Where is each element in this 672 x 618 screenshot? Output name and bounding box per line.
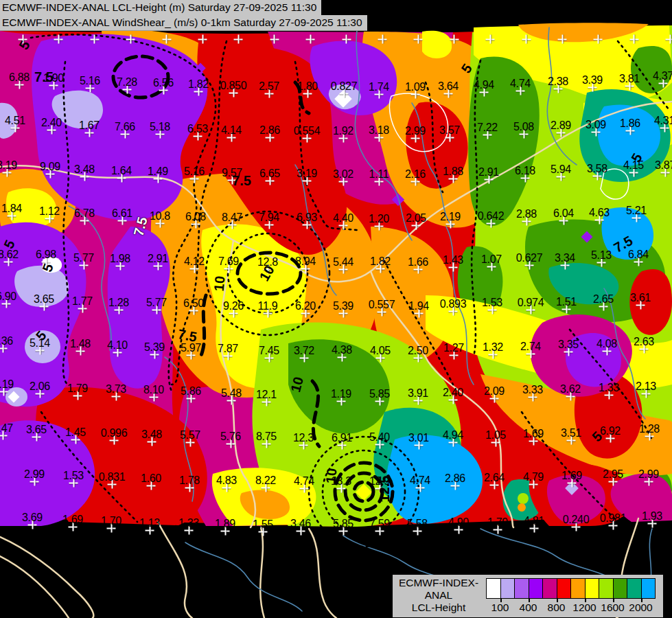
station-value: 1.82 [188, 78, 209, 91]
graticule-cross-icon [90, 35, 99, 44]
station-value: 1.70 [101, 515, 121, 527]
station-value: 5.58 [407, 518, 428, 530]
station-value: 1.82 [370, 255, 391, 268]
station-value: 2.63 [634, 336, 654, 348]
station-value: 5.18 [150, 121, 170, 133]
station-value: 5.77 [146, 297, 167, 309]
station-value: 1.69 [523, 428, 544, 440]
legend-swatch [486, 578, 501, 599]
shear-contour-label: 5 [458, 61, 475, 76]
legend-color-scale [486, 578, 656, 599]
legend-model-name: ECMWF-INDEX-ANAL [393, 577, 485, 602]
graticule-cross-icon [234, 35, 243, 44]
station-value: 1.43 [443, 254, 463, 266]
station-value: 1.28 [108, 297, 129, 309]
station-value: 7.45 [259, 345, 279, 357]
station-value: 3.65 [26, 424, 47, 436]
station-value: 4.83 [216, 474, 237, 487]
station-value: 4.10 [107, 339, 128, 352]
station-value: 0.240 [563, 514, 590, 526]
station-value: 3.19 [0, 159, 17, 172]
station-value: 1.98 [110, 253, 130, 265]
station-value: 5.16 [80, 75, 100, 87]
station-value: 5.48 [221, 387, 242, 400]
station-value: 2.05 [406, 212, 426, 225]
station-value: 1.28 [639, 423, 660, 435]
station-value: 1.92 [333, 125, 354, 137]
station-value: 4.79 [523, 471, 544, 483]
legend-parameter-name: LCL-Height [393, 602, 485, 614]
station-value: 3.87 [655, 159, 672, 172]
station-value: 3.39 [582, 74, 603, 87]
station-value: 3.91 [408, 387, 428, 400]
station-value: 6.98 [36, 249, 56, 261]
station-value: 6.08 [185, 211, 206, 223]
station-value: 1.89 [215, 518, 235, 530]
station-value: 6.20 [295, 300, 316, 312]
station-value: 1.09 [405, 81, 426, 93]
legend-swatch [613, 578, 628, 599]
station-value: 5.39 [144, 341, 165, 354]
station-value: 1.48 [70, 338, 91, 350]
station-value: 1.19 [0, 378, 14, 391]
station-value: 3.34 [555, 252, 575, 264]
graticule-cross-icon [198, 35, 207, 44]
station-value: 1.79 [487, 516, 508, 529]
station-value: 3.61 [630, 292, 651, 304]
station-value: 7.69 [218, 255, 239, 268]
station-value: 6.18 [515, 165, 535, 177]
station-value: 2.89 [551, 119, 571, 132]
station-value: 2.06 [30, 380, 50, 393]
legend-swatch [599, 578, 614, 599]
legend-swatch [500, 578, 515, 599]
station-value: 9.09 [40, 161, 60, 173]
legend-tick-label: 800 [548, 602, 566, 614]
station-value: 10.8 [150, 210, 170, 222]
station-value: 12.8 [257, 256, 278, 268]
graticule-cross-icon [306, 35, 315, 44]
station-value: 1.33 [178, 517, 199, 529]
station-value: 4.31 [654, 115, 672, 127]
station-value: 5.21 [626, 205, 647, 217]
station-value: 3.19 [297, 168, 317, 180]
station-value: 4.40 [333, 212, 354, 225]
legend-tick-label: 400 [520, 602, 537, 614]
shear-contour-label: 10 [288, 375, 307, 393]
station-value: 1.19 [331, 388, 351, 400]
station-value: 12.3 [293, 432, 314, 444]
station-value: 9.57 [222, 167, 242, 179]
station-value: 0.893 [440, 298, 467, 310]
station-value: 6.04 [553, 207, 574, 220]
station-value: 2.50 [408, 345, 428, 357]
station-value: 6.88 [9, 71, 30, 84]
station-value: 1.74 [369, 81, 389, 93]
graticule-cross-icon [126, 35, 135, 44]
graticule-cross-icon [629, 35, 638, 44]
weather-map-viewer: 6.881.905.167.286.561.820.8502.571.800.8… [0, 0, 672, 618]
graticule-cross-icon [54, 35, 63, 44]
station-value: 6.50 [183, 297, 204, 310]
station-value: 3.58 [587, 163, 607, 175]
station-value: 2.88 [516, 208, 537, 220]
graticule-cross-icon [414, 35, 423, 44]
station-value: 4.05 [370, 345, 391, 357]
station-value: 0.850 [220, 80, 247, 92]
station-value: 1.93 [642, 510, 662, 523]
station-value: 1.47 [0, 422, 13, 435]
legend-text: ECMWF-INDEX-ANAL LCL-Height m [393, 577, 485, 618]
station-value: 4.74 [294, 475, 314, 488]
station-value: 1.79 [67, 382, 88, 395]
station-value: 1.32 [483, 341, 503, 354]
station-value: 3.46 [290, 518, 311, 530]
shear-contour-label: 7.5 [130, 216, 150, 238]
station-value: 4.15 [623, 159, 644, 172]
station-value: 6.61 [112, 207, 132, 220]
station-value: 7.66 [115, 121, 135, 133]
graticule-cross-icon [666, 35, 672, 44]
station-value: 1.78 [179, 474, 200, 487]
station-value: 1.11 [369, 168, 389, 181]
station-value: 4.90 [448, 516, 469, 529]
station-value: 4.94 [474, 79, 494, 91]
station-value: 7.22 [477, 122, 498, 134]
titlebar-lcl-height: ECMWF-INDEX-ANAL LCL-Height (m) Saturday… [0, 0, 321, 16]
